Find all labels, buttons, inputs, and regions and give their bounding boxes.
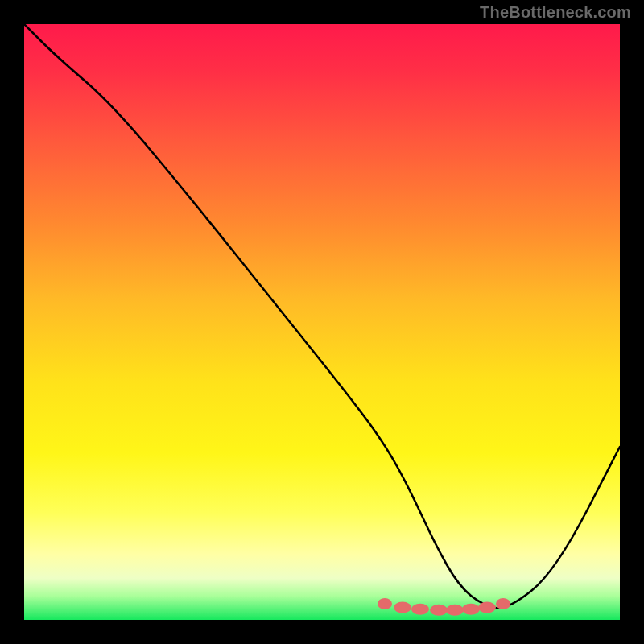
optimal-bead [430,605,448,616]
optimal-bead [378,598,392,609]
plot-area [24,24,620,620]
optimal-bead [478,602,496,613]
optimal-bead [394,602,411,613]
optimal-bead [446,605,464,616]
bottleneck-curve-path [24,24,620,608]
optimal-beads-group [378,598,510,616]
attribution-label: TheBottleneck.com [480,3,631,22]
bottleneck-curve-svg [24,24,620,620]
optimal-bead [496,598,510,609]
optimal-bead [462,604,480,615]
chart-frame: TheBottleneck.com [0,0,644,644]
optimal-bead [411,604,429,615]
